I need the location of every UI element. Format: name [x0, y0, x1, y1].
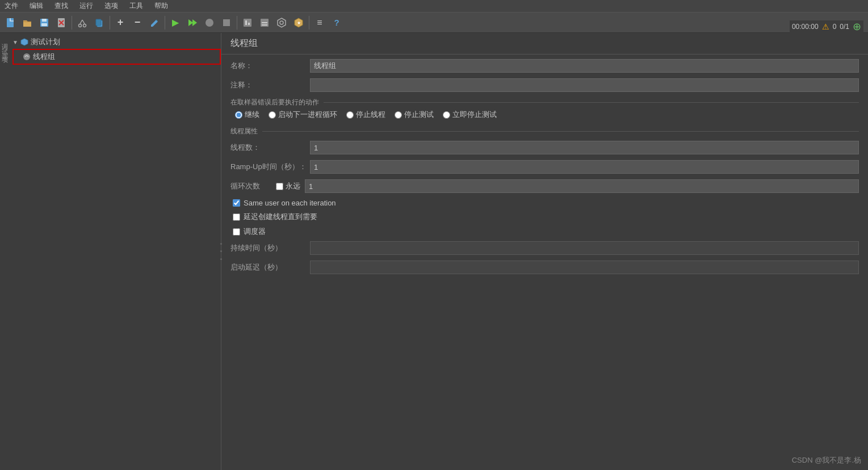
delay-create-label: 延迟创建线程直到需要: [244, 212, 317, 222]
tree-root-test-plan[interactable]: ▼ 测试计划: [10, 35, 221, 49]
add-node-button[interactable]: +: [112, 15, 128, 31]
resize-dot-2: [220, 250, 222, 252]
toolbar-sep-3: [165, 16, 165, 30]
thread-props-header: 线程属性: [230, 127, 859, 136]
menu-help[interactable]: 帮助: [152, 1, 170, 11]
tool4-button[interactable]: ★: [291, 15, 307, 31]
tool2-button[interactable]: [257, 15, 272, 31]
radio-stop-test[interactable]: 停止测试: [395, 110, 434, 120]
resize-dot-1: [220, 243, 222, 245]
tree-node-thread-group[interactable]: 线程组: [12, 49, 221, 65]
thread-group-icon: [23, 53, 31, 61]
loop-count-input[interactable]: [305, 179, 859, 193]
startup-delay-row: 启动延迟（秒）: [230, 261, 859, 274]
timer-display: 00:00:00: [792, 23, 819, 31]
save-file-button[interactable]: [36, 15, 52, 31]
toolbar-sep-1: [72, 16, 72, 30]
delay-create-row: 延迟创建线程直到需要: [230, 212, 859, 222]
list-button[interactable]: ≡: [312, 15, 328, 31]
name-label: 名称：: [230, 61, 310, 71]
menu-file[interactable]: 文件: [2, 1, 20, 11]
add-status-button[interactable]: ⊕: [853, 20, 861, 33]
menu-find[interactable]: 查找: [52, 1, 70, 11]
same-user-checkbox[interactable]: [233, 199, 240, 207]
copy-button[interactable]: [91, 15, 107, 31]
new-file-button[interactable]: [2, 15, 18, 31]
menu-tools[interactable]: 工具: [127, 1, 145, 11]
tree-root-label: 测试计划: [31, 37, 60, 47]
svg-marker-27: [21, 39, 28, 45]
tool3-button[interactable]: [274, 15, 290, 31]
toolbar-sep-5: [309, 16, 309, 30]
error-section-header: 在取样器错误后要执行的动作: [230, 98, 859, 107]
left-icon-panel: 调 试 选 项: [0, 33, 10, 53]
loop-label: 循环次数: [230, 181, 276, 191]
svg-rect-3: [41, 23, 47, 26]
svg-marker-13: [188, 19, 193, 26]
left-icon-4[interactable]: 项: [0, 51, 10, 53]
svg-rect-16: [223, 19, 230, 26]
menu-options[interactable]: 选项: [102, 1, 120, 11]
radio-next-loop[interactable]: 启动下一进程循环: [269, 110, 337, 120]
radio-stop-thread-input[interactable]: [346, 111, 354, 119]
error-radio-group: 继续 启动下一进程循环 停止线程 停止测试 立即停止测试: [230, 110, 859, 120]
radio-next-loop-input[interactable]: [269, 111, 276, 119]
same-user-row: Same user on each iteration: [230, 199, 859, 207]
loop-forever-checkbox[interactable]: [276, 183, 283, 190]
stop-button[interactable]: [219, 15, 234, 31]
menu-run[interactable]: 运行: [77, 1, 95, 11]
tree-node-label: 线程组: [33, 52, 55, 62]
startup-delay-label: 启动延迟（秒）: [230, 262, 310, 272]
radio-continue-input[interactable]: [235, 111, 242, 119]
circle-button[interactable]: [202, 15, 217, 31]
scheduler-checkbox[interactable]: [233, 228, 240, 236]
left-icon-2[interactable]: 试: [0, 42, 10, 44]
name-input[interactable]: [310, 59, 859, 73]
delay-create-checkbox[interactable]: [233, 213, 240, 221]
svg-line-9: [80, 20, 82, 24]
radio-stop-test-now[interactable]: 立即停止测试: [443, 110, 497, 120]
toolbar-sep-4: [237, 16, 237, 30]
menubar: 文件 编辑 查找 运行 选项 工具 帮助: [0, 0, 868, 12]
radio-stop-test-input[interactable]: [395, 111, 402, 119]
run-all-button[interactable]: [184, 15, 200, 31]
duration-input[interactable]: [310, 241, 859, 255]
svg-marker-14: [192, 19, 197, 26]
comment-row: 注释：: [230, 78, 859, 92]
left-icon-1[interactable]: 调: [0, 37, 10, 40]
comment-input[interactable]: [310, 78, 859, 92]
startup-delay-input[interactable]: [310, 261, 859, 274]
radio-stop-test-now-input[interactable]: [443, 111, 450, 119]
close-file-button[interactable]: [53, 15, 69, 31]
toolbar: + − ▶ ★ ≡ ?: [0, 12, 868, 33]
sidebar: 调 试 选 项 ▼ 测试计划 线程组: [0, 33, 221, 470]
remove-node-button[interactable]: −: [129, 15, 145, 31]
duration-row: 持续时间（秒）: [230, 241, 859, 255]
svg-rect-2: [42, 19, 47, 22]
open-file-button[interactable]: [19, 15, 35, 31]
tool1-button[interactable]: [240, 15, 255, 31]
name-row: 名称：: [230, 59, 859, 73]
thread-count-input[interactable]: [310, 141, 859, 154]
comment-label: 注释：: [230, 80, 310, 90]
radio-stop-thread[interactable]: 停止线程: [346, 110, 385, 120]
resize-dot-3: [220, 258, 222, 260]
cut-button[interactable]: [74, 15, 90, 31]
panel-title: 线程组: [221, 33, 868, 54]
run-button[interactable]: ▶: [167, 15, 183, 31]
menu-edit[interactable]: 编辑: [27, 1, 45, 11]
resize-dots: [220, 240, 222, 263]
svg-text:★: ★: [297, 20, 301, 26]
resize-handle[interactable]: [219, 33, 223, 470]
test-plan-icon: [20, 38, 28, 46]
loop-forever-checkbox-label[interactable]: 永远: [276, 181, 300, 191]
help-button[interactable]: ?: [329, 15, 345, 31]
rampup-input[interactable]: [310, 160, 859, 174]
edit-node-button[interactable]: [146, 15, 162, 31]
radio-stop-thread-label: 停止线程: [356, 110, 385, 120]
same-user-label: Same user on each iteration: [244, 199, 336, 207]
radio-continue[interactable]: 继续: [235, 110, 259, 120]
left-icon-3[interactable]: 选: [0, 47, 10, 49]
svg-rect-17: [244, 19, 251, 27]
tree-arrow-root: ▼: [12, 39, 18, 45]
